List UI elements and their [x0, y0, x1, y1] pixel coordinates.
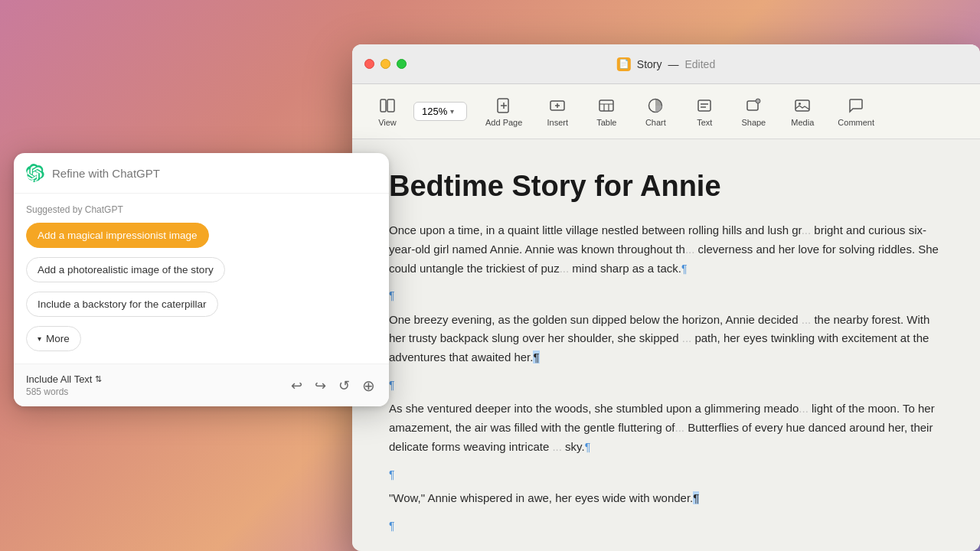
highlight-2: ¶ — [693, 491, 699, 504]
insert-label: Insert — [547, 118, 569, 127]
traffic-lights — [364, 59, 407, 69]
suggestions-label: Suggested by ChatGPT — [26, 204, 377, 215]
suggestion-photorealistic[interactable]: Add a photorealistic image of the story — [26, 257, 225, 282]
media-icon — [793, 96, 812, 115]
search-bar — [14, 153, 389, 194]
paragraph-3: As she ventured deeper into the woods, s… — [389, 399, 943, 456]
suggestions-section: Suggested by ChatGPT Add a magical impre… — [14, 194, 389, 364]
chart-toolbar-item[interactable]: Chart — [632, 92, 678, 132]
svg-rect-0 — [381, 99, 386, 112]
add-page-label: Add Page — [485, 118, 522, 127]
comment-label: Comment — [838, 118, 874, 127]
suggestions-row-3: Include a backstory for the caterpillar — [26, 292, 377, 323]
svg-rect-13 — [698, 100, 710, 111]
insert-toolbar-item[interactable]: Insert — [534, 92, 580, 132]
chatgpt-search-input[interactable] — [52, 167, 377, 180]
table-toolbar-item[interactable]: Table — [583, 92, 629, 132]
table-label: Table — [596, 118, 616, 127]
maximize-button[interactable] — [397, 59, 407, 69]
highlight-1: ¶ — [533, 350, 539, 364]
suggestion-caterpillar[interactable]: Include a backstory for the caterpillar — [26, 292, 218, 317]
text-icon — [695, 96, 714, 115]
shape-label: Shape — [741, 118, 766, 127]
pages-window: 📄 Story — Edited View 125% ▾ — [352, 44, 980, 551]
empty-line-3: ¶ — [389, 466, 943, 483]
footer-actions: ↩ ↪ ↺ ⊕ — [289, 375, 377, 396]
more-label: More — [46, 333, 70, 344]
undo-button[interactable]: ↩ — [289, 376, 304, 396]
word-count: 585 words — [26, 386, 102, 397]
empty-line-1: ¶ — [389, 287, 943, 304]
svg-rect-1 — [387, 99, 394, 112]
document-area: Bedtime Story for Annie Once upon a time… — [352, 139, 980, 551]
empty-line-4: ¶ — [389, 517, 943, 534]
zoom-control[interactable]: 125% ▾ — [413, 102, 467, 121]
svg-rect-18 — [795, 100, 809, 111]
chart-label: Chart — [645, 118, 666, 127]
text-toolbar-item[interactable]: Text — [681, 92, 727, 132]
empty-line-2: ¶ — [389, 377, 943, 393]
title-separator: — — [668, 58, 678, 70]
add-page-toolbar-item[interactable]: Add Page — [476, 92, 531, 132]
title-bar: 📄 Story — Edited — [352, 44, 980, 84]
media-label: Media — [791, 118, 814, 127]
media-toolbar-item[interactable]: Media — [779, 92, 825, 132]
sort-icon: ⇅ — [95, 374, 102, 384]
include-label: Include All Text — [26, 373, 92, 385]
chart-icon — [646, 96, 665, 115]
table-icon — [597, 96, 616, 115]
close-button[interactable] — [364, 59, 374, 69]
document-status: Edited — [684, 58, 715, 70]
svg-rect-8 — [599, 100, 613, 111]
add-page-icon — [495, 96, 513, 115]
document-title: Story — [637, 58, 662, 70]
view-label: View — [378, 118, 397, 127]
paragraph-4: "Wow," Annie whispered in awe, her eyes … — [389, 489, 943, 508]
paragraph-1: Once upon a time, in a quaint little vil… — [389, 221, 943, 278]
suggestion-magical-image[interactable]: Add a magical impressionist image — [26, 223, 209, 248]
chatgpt-icon — [26, 164, 44, 182]
include-all-text[interactable]: Include All Text ⇅ — [26, 373, 102, 385]
minimize-button[interactable] — [381, 59, 390, 69]
panel-footer: Include All Text ⇅ 585 words ↩ ↪ ↺ ⊕ — [14, 364, 389, 406]
shape-icon — [744, 96, 763, 115]
comment-toolbar-item[interactable]: Comment — [828, 92, 884, 132]
window-title-area: 📄 Story — Edited — [617, 57, 715, 71]
svg-point-17 — [756, 99, 760, 103]
redo-button[interactable]: ↪ — [313, 376, 328, 396]
chevron-down-icon: ▾ — [38, 334, 41, 343]
pilcrow-1: ¶ — [681, 262, 688, 275]
paragraph-2: One breezy evening, as the golden sun di… — [389, 311, 943, 367]
zoom-value: 125% — [422, 106, 447, 117]
chatgpt-panel: Suggested by ChatGPT Add a magical impre… — [14, 153, 389, 406]
zoom-chevron-icon: ▾ — [450, 107, 454, 116]
view-toolbar-item[interactable]: View — [364, 92, 410, 132]
pilcrow-3: ¶ — [585, 441, 591, 453]
document-heading: Bedtime Story for Annie — [389, 170, 943, 203]
more-button[interactable]: ▾ More — [26, 326, 81, 351]
text-label: Text — [697, 118, 712, 127]
shape-toolbar-item[interactable]: Shape — [730, 92, 776, 132]
comment-icon — [847, 96, 865, 115]
svg-point-19 — [799, 103, 801, 105]
suggestions-row-2: Add a photorealistic image of the story — [26, 257, 377, 289]
refresh-button[interactable]: ↺ — [337, 376, 351, 396]
toolbar: View 125% ▾ Add Page — [352, 84, 980, 139]
document-icon: 📄 — [617, 57, 631, 71]
view-icon — [378, 96, 397, 115]
footer-left: Include All Text ⇅ 585 words — [26, 373, 102, 397]
insert-icon — [548, 96, 567, 115]
suggestions-row: Add a magical impressionist image — [26, 223, 377, 254]
add-button[interactable]: ⊕ — [361, 375, 377, 396]
